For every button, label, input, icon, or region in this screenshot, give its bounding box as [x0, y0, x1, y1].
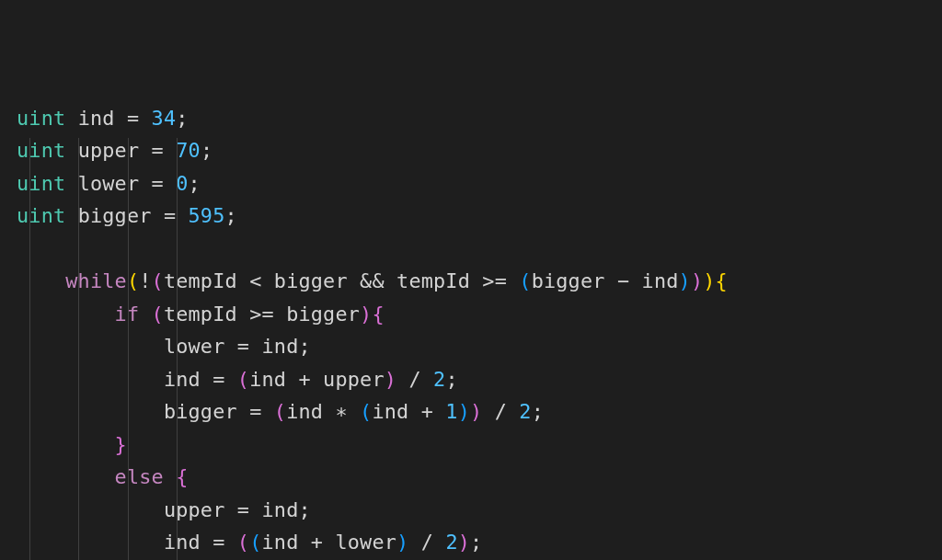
op-div: / — [421, 531, 433, 554]
paren-close: ) — [679, 269, 691, 292]
paren-open: ( — [152, 269, 164, 292]
num-2: 2 — [433, 368, 445, 391]
var-tempId: tempId — [164, 303, 237, 326]
var-ind: ind — [372, 400, 408, 423]
paren-close: ) — [470, 400, 482, 423]
var-tempId: tempId — [164, 269, 237, 292]
op-eq: = — [213, 368, 224, 391]
var-bigger: bigger — [286, 303, 360, 326]
var-ind: ind — [261, 498, 298, 521]
paren-close: ) — [385, 368, 396, 391]
var-ind: ind — [164, 531, 201, 554]
var-ind: ind — [78, 107, 115, 130]
var-lower: lower — [78, 172, 140, 195]
semi: ; — [298, 498, 310, 521]
op-eq: = — [213, 531, 224, 554]
paren-open: ( — [360, 400, 372, 423]
var-lower: lower — [164, 335, 225, 358]
num-0: 0 — [176, 172, 188, 195]
op-eq: = — [152, 139, 164, 162]
var-ind: ind — [261, 531, 298, 554]
paren-open: ( — [237, 531, 249, 554]
paren-open: ( — [249, 531, 261, 554]
var-upper: upper — [78, 139, 140, 162]
paren-open: ( — [152, 303, 164, 326]
paren-close: ) — [703, 269, 715, 292]
op-mul: ∗ — [335, 400, 347, 423]
num-34: 34 — [152, 107, 177, 130]
semi: ; — [189, 172, 201, 195]
var-ind: ind — [642, 269, 679, 292]
num-70: 70 — [176, 139, 201, 162]
op-plus: + — [421, 400, 433, 423]
op-eq: = — [237, 498, 249, 521]
op-plus: + — [298, 368, 310, 391]
indent-guide — [78, 138, 79, 560]
semi: ; — [298, 335, 310, 358]
num-595: 595 — [189, 204, 225, 227]
op-eq: = — [164, 204, 176, 227]
paren-close: ) — [691, 269, 703, 292]
op-lt: < — [249, 269, 261, 292]
op-not: ! — [139, 269, 151, 292]
while-keyword: while — [65, 269, 127, 292]
num-2: 2 — [445, 531, 457, 554]
semi: ; — [532, 400, 544, 423]
indent-guide — [128, 138, 129, 560]
op-div: / — [495, 400, 507, 423]
op-plus: + — [311, 531, 323, 554]
semi: ; — [445, 368, 457, 391]
type-keyword: uint — [17, 107, 65, 130]
var-ind: ind — [164, 368, 201, 391]
op-minus: − — [617, 269, 629, 292]
var-tempId: tempId — [396, 269, 470, 292]
indent-guide — [177, 138, 178, 560]
op-eq: = — [152, 172, 164, 195]
op-ge: >= — [249, 303, 274, 326]
code-block: uint ind = 34; uint upper = 70; uint low… — [0, 0, 942, 560]
semi: ; — [201, 139, 213, 162]
indent-guide — [29, 138, 30, 560]
var-bigger: bigger — [78, 204, 152, 227]
type-keyword: uint — [17, 172, 65, 195]
semi: ; — [176, 107, 188, 130]
op-eq: = — [127, 107, 139, 130]
op-eq: = — [237, 335, 249, 358]
var-bigger: bigger — [532, 269, 605, 292]
var-upper: upper — [164, 498, 225, 521]
var-ind: ind — [261, 335, 298, 358]
var-lower: lower — [335, 531, 396, 554]
type-keyword: uint — [17, 204, 65, 227]
num-1: 1 — [445, 400, 457, 423]
op-eq: = — [249, 400, 261, 423]
paren-close: ) — [360, 303, 372, 326]
var-upper: upper — [323, 368, 385, 391]
semi: ; — [470, 531, 482, 554]
brace-close: } — [115, 433, 127, 456]
op-and: && — [360, 269, 385, 292]
paren-close: ) — [458, 531, 470, 554]
var-bigger: bigger — [164, 400, 237, 423]
paren-open: ( — [519, 269, 531, 292]
type-keyword: uint — [17, 139, 65, 162]
semi: ; — [225, 204, 237, 227]
brace-open: { — [716, 269, 728, 292]
var-bigger: bigger — [274, 269, 348, 292]
op-ge: >= — [482, 269, 507, 292]
op-div: / — [408, 368, 420, 391]
paren-close: ) — [458, 400, 470, 423]
else-keyword: else — [115, 465, 164, 488]
paren-open: ( — [237, 368, 249, 391]
var-ind: ind — [286, 400, 323, 423]
if-keyword: if — [115, 303, 140, 326]
var-ind: ind — [249, 368, 286, 391]
paren-close: ) — [396, 531, 408, 554]
brace-open: { — [372, 303, 384, 326]
paren-open: ( — [274, 400, 286, 423]
num-2: 2 — [519, 400, 531, 423]
brace-open: { — [176, 465, 188, 488]
